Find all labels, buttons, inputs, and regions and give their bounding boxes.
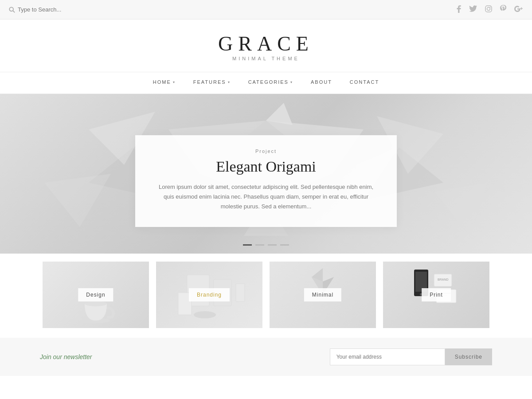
svg-marker-13 — [266, 103, 293, 125]
svg-marker-17 — [434, 183, 488, 236]
nav-categories[interactable]: CATEGORIES ▾ — [248, 79, 293, 85]
hero-card-title[interactable]: Elegant Origami — [157, 158, 375, 175]
chevron-down-icon: ▾ — [173, 80, 176, 84]
chevron-down-icon: ▾ — [228, 80, 231, 84]
slider-dot-4[interactable] — [280, 244, 289, 246]
search-icon — [9, 7, 15, 13]
facebook-icon[interactable] — [457, 5, 461, 15]
pinterest-icon[interactable] — [500, 5, 506, 15]
search-input[interactable] — [18, 6, 89, 13]
hero-card-text: Lorem ipsum dolor sit amet, consectetur … — [157, 182, 375, 211]
svg-marker-16 — [44, 174, 111, 227]
hero-card-category: Project — [157, 149, 375, 154]
twitter-icon[interactable] — [469, 5, 477, 14]
print-devices-icon: BRAND — [412, 265, 461, 309]
nav-about[interactable]: ABOUT — [311, 79, 332, 85]
social-icons — [457, 5, 523, 15]
category-card-design[interactable]: Design — [43, 262, 149, 328]
svg-rect-2 — [485, 6, 492, 12]
instagram-icon[interactable] — [485, 5, 492, 14]
design-label: Design — [78, 288, 113, 301]
svg-point-4 — [490, 7, 491, 8]
slider-dot-3[interactable] — [268, 244, 277, 246]
nav-home[interactable]: HOME ▾ — [153, 79, 176, 85]
category-grid: Design Branding Minimal — [0, 254, 532, 336]
category-card-minimal[interactable]: Minimal — [270, 262, 376, 328]
print-label: Print — [422, 288, 451, 301]
minimal-label: Minimal — [304, 288, 341, 301]
svg-rect-23 — [236, 284, 245, 301]
hero-slider: Project Elegant Origami Lorem ipsum dolo… — [0, 94, 532, 254]
svg-point-19 — [85, 301, 107, 306]
site-header: GRACE MINIMAL THEME — [0, 20, 532, 72]
svg-point-24 — [194, 311, 216, 318]
svg-text:BRAND: BRAND — [438, 278, 449, 281]
svg-line-1 — [13, 11, 15, 12]
slider-dot-1[interactable] — [243, 244, 252, 246]
nav-features[interactable]: FEATURES ▾ — [193, 79, 231, 85]
google-plus-icon[interactable] — [514, 6, 523, 14]
branding-label: Branding — [189, 288, 230, 301]
nav-contact[interactable]: CONTACT — [350, 79, 379, 85]
svg-point-0 — [9, 7, 13, 11]
newsletter-email-input[interactable] — [330, 348, 445, 365]
slider-dot-2[interactable] — [255, 244, 264, 246]
top-bar — [0, 0, 532, 20]
newsletter-bar: Join our newsletter Subscribe — [0, 338, 532, 376]
category-card-print[interactable]: BRAND Print — [383, 262, 489, 328]
subscribe-button[interactable]: Subscribe — [445, 348, 492, 365]
newsletter-form: Subscribe — [330, 348, 492, 365]
svg-point-3 — [487, 7, 490, 10]
main-nav: HOME ▾ FEATURES ▾ CATEGORIES ▾ ABOUT CON… — [0, 72, 532, 94]
hero-card: Project Elegant Origami Lorem ipsum dolo… — [135, 135, 397, 227]
newsletter-title: Join our newsletter — [40, 353, 92, 360]
site-title[interactable]: GRACE — [9, 34, 523, 54]
search-area[interactable] — [9, 6, 89, 13]
category-card-branding[interactable]: Branding — [156, 262, 262, 328]
site-subtitle: MINIMAL THEME — [9, 56, 523, 61]
slider-dots — [243, 244, 289, 246]
chevron-down-icon: ▾ — [290, 80, 293, 84]
